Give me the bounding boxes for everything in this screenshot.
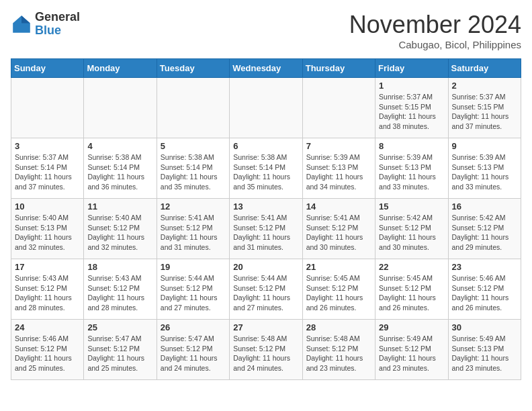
week-row-1: 3Sunrise: 5:37 AM Sunset: 5:14 PM Daylig… bbox=[11, 138, 521, 199]
logo-icon bbox=[11, 13, 32, 35]
day-cell: 30Sunrise: 5:49 AM Sunset: 5:13 PM Dayli… bbox=[448, 320, 521, 380]
day-info: Sunrise: 5:47 AM Sunset: 5:12 PM Dayligh… bbox=[87, 334, 152, 373]
day-cell: 20Sunrise: 5:44 AM Sunset: 5:12 PM Dayli… bbox=[230, 259, 302, 320]
day-info: Sunrise: 5:46 AM Sunset: 5:12 PM Dayligh… bbox=[452, 273, 517, 313]
month-title: November 2024 bbox=[349, 11, 521, 39]
day-cell: 12Sunrise: 5:41 AM Sunset: 5:12 PM Dayli… bbox=[157, 199, 229, 259]
day-cell: 22Sunrise: 5:45 AM Sunset: 5:12 PM Dayli… bbox=[375, 259, 448, 320]
day-info: Sunrise: 5:37 AM Sunset: 5:14 PM Dayligh… bbox=[15, 152, 80, 192]
day-number: 17 bbox=[15, 262, 80, 272]
day-cell: 26Sunrise: 5:47 AM Sunset: 5:12 PM Dayli… bbox=[157, 320, 229, 380]
day-cell bbox=[84, 78, 157, 138]
day-cell: 7Sunrise: 5:39 AM Sunset: 5:13 PM Daylig… bbox=[302, 138, 375, 199]
day-cell: 2Sunrise: 5:37 AM Sunset: 5:15 PM Daylig… bbox=[448, 78, 521, 138]
day-number: 20 bbox=[233, 262, 298, 272]
day-info: Sunrise: 5:41 AM Sunset: 5:12 PM Dayligh… bbox=[306, 213, 371, 253]
day-cell: 10Sunrise: 5:40 AM Sunset: 5:13 PM Dayli… bbox=[11, 199, 84, 259]
header-cell-sunday: Sunday bbox=[11, 59, 84, 78]
day-info: Sunrise: 5:46 AM Sunset: 5:12 PM Dayligh… bbox=[15, 334, 80, 373]
week-row-0: 1Sunrise: 5:37 AM Sunset: 5:15 PM Daylig… bbox=[11, 78, 521, 138]
day-info: Sunrise: 5:43 AM Sunset: 5:12 PM Dayligh… bbox=[15, 273, 80, 313]
day-info: Sunrise: 5:40 AM Sunset: 5:12 PM Dayligh… bbox=[87, 213, 152, 253]
day-cell: 9Sunrise: 5:39 AM Sunset: 5:13 PM Daylig… bbox=[448, 138, 521, 199]
day-number: 11 bbox=[87, 201, 152, 212]
day-cell bbox=[11, 78, 84, 138]
header-cell-saturday: Saturday bbox=[448, 59, 521, 78]
logo: General Blue bbox=[11, 11, 80, 38]
day-info: Sunrise: 5:44 AM Sunset: 5:12 PM Dayligh… bbox=[161, 273, 226, 313]
day-cell bbox=[230, 78, 302, 138]
day-number: 25 bbox=[87, 322, 152, 332]
day-cell bbox=[302, 78, 375, 138]
day-number: 14 bbox=[306, 201, 371, 212]
day-number: 23 bbox=[452, 262, 517, 272]
day-info: Sunrise: 5:38 AM Sunset: 5:14 PM Dayligh… bbox=[233, 152, 298, 192]
day-number: 24 bbox=[15, 322, 80, 332]
day-cell: 1Sunrise: 5:37 AM Sunset: 5:15 PM Daylig… bbox=[375, 78, 448, 138]
header-cell-wednesday: Wednesday bbox=[230, 59, 302, 78]
day-cell: 3Sunrise: 5:37 AM Sunset: 5:14 PM Daylig… bbox=[11, 138, 84, 199]
week-row-3: 17Sunrise: 5:43 AM Sunset: 5:12 PM Dayli… bbox=[11, 259, 521, 320]
svg-rect-2 bbox=[15, 24, 28, 32]
header-cell-tuesday: Tuesday bbox=[157, 59, 229, 78]
day-info: Sunrise: 5:48 AM Sunset: 5:12 PM Dayligh… bbox=[233, 334, 298, 373]
week-row-4: 24Sunrise: 5:46 AM Sunset: 5:12 PM Dayli… bbox=[11, 320, 521, 380]
day-cell: 16Sunrise: 5:42 AM Sunset: 5:12 PM Dayli… bbox=[448, 199, 521, 259]
day-cell: 14Sunrise: 5:41 AM Sunset: 5:12 PM Dayli… bbox=[302, 199, 375, 259]
day-cell: 21Sunrise: 5:45 AM Sunset: 5:12 PM Dayli… bbox=[302, 259, 375, 320]
header-cell-thursday: Thursday bbox=[302, 59, 375, 78]
day-cell: 23Sunrise: 5:46 AM Sunset: 5:12 PM Dayli… bbox=[448, 259, 521, 320]
day-number: 18 bbox=[87, 262, 152, 272]
day-number: 15 bbox=[379, 201, 444, 212]
day-number: 30 bbox=[452, 322, 517, 332]
day-info: Sunrise: 5:45 AM Sunset: 5:12 PM Dayligh… bbox=[306, 273, 371, 313]
day-number: 29 bbox=[379, 322, 444, 332]
day-cell: 13Sunrise: 5:41 AM Sunset: 5:12 PM Dayli… bbox=[230, 199, 302, 259]
day-info: Sunrise: 5:41 AM Sunset: 5:12 PM Dayligh… bbox=[161, 213, 226, 253]
svg-marker-1 bbox=[21, 15, 30, 23]
day-cell: 17Sunrise: 5:43 AM Sunset: 5:12 PM Dayli… bbox=[11, 259, 84, 320]
header-cell-monday: Monday bbox=[84, 59, 157, 78]
day-info: Sunrise: 5:49 AM Sunset: 5:13 PM Dayligh… bbox=[452, 334, 517, 373]
logo-blue-text: Blue bbox=[35, 24, 80, 38]
calendar-header: SundayMondayTuesdayWednesdayThursdayFrid… bbox=[11, 59, 521, 78]
day-number: 9 bbox=[452, 141, 517, 151]
header-cell-friday: Friday bbox=[375, 59, 448, 78]
day-number: 12 bbox=[161, 201, 226, 212]
day-cell: 19Sunrise: 5:44 AM Sunset: 5:12 PM Dayli… bbox=[157, 259, 229, 320]
day-number: 7 bbox=[306, 141, 371, 151]
day-info: Sunrise: 5:39 AM Sunset: 5:13 PM Dayligh… bbox=[452, 152, 517, 192]
day-cell: 11Sunrise: 5:40 AM Sunset: 5:12 PM Dayli… bbox=[84, 199, 157, 259]
day-number: 10 bbox=[15, 201, 80, 212]
day-info: Sunrise: 5:39 AM Sunset: 5:13 PM Dayligh… bbox=[306, 152, 371, 192]
day-cell: 15Sunrise: 5:42 AM Sunset: 5:12 PM Dayli… bbox=[375, 199, 448, 259]
day-info: Sunrise: 5:43 AM Sunset: 5:12 PM Dayligh… bbox=[87, 273, 152, 313]
day-info: Sunrise: 5:37 AM Sunset: 5:15 PM Dayligh… bbox=[379, 92, 444, 132]
day-cell bbox=[157, 78, 229, 138]
day-number: 13 bbox=[233, 201, 298, 212]
day-number: 26 bbox=[161, 322, 226, 332]
day-cell: 25Sunrise: 5:47 AM Sunset: 5:12 PM Dayli… bbox=[84, 320, 157, 380]
calendar-table: SundayMondayTuesdayWednesdayThursdayFrid… bbox=[11, 58, 521, 380]
day-info: Sunrise: 5:39 AM Sunset: 5:13 PM Dayligh… bbox=[379, 152, 444, 192]
day-cell: 24Sunrise: 5:46 AM Sunset: 5:12 PM Dayli… bbox=[11, 320, 84, 380]
day-number: 16 bbox=[452, 201, 517, 212]
day-info: Sunrise: 5:40 AM Sunset: 5:13 PM Dayligh… bbox=[15, 213, 80, 253]
day-number: 4 bbox=[87, 141, 152, 151]
day-cell: 28Sunrise: 5:48 AM Sunset: 5:12 PM Dayli… bbox=[302, 320, 375, 380]
logo-general-text: General bbox=[35, 11, 80, 24]
location-subtitle: Cabugao, Bicol, Philippines bbox=[349, 39, 521, 50]
day-info: Sunrise: 5:37 AM Sunset: 5:15 PM Dayligh… bbox=[452, 92, 517, 132]
day-info: Sunrise: 5:38 AM Sunset: 5:14 PM Dayligh… bbox=[87, 152, 152, 192]
day-number: 22 bbox=[379, 262, 444, 272]
day-info: Sunrise: 5:45 AM Sunset: 5:12 PM Dayligh… bbox=[379, 273, 444, 313]
day-cell: 5Sunrise: 5:38 AM Sunset: 5:14 PM Daylig… bbox=[157, 138, 229, 199]
day-number: 21 bbox=[306, 262, 371, 272]
header-row: SundayMondayTuesdayWednesdayThursdayFrid… bbox=[11, 59, 521, 78]
day-info: Sunrise: 5:41 AM Sunset: 5:12 PM Dayligh… bbox=[233, 213, 298, 253]
day-cell: 4Sunrise: 5:38 AM Sunset: 5:14 PM Daylig… bbox=[84, 138, 157, 199]
day-cell: 18Sunrise: 5:43 AM Sunset: 5:12 PM Dayli… bbox=[84, 259, 157, 320]
day-number: 3 bbox=[15, 141, 80, 151]
day-number: 5 bbox=[161, 141, 226, 151]
day-number: 8 bbox=[379, 141, 444, 151]
